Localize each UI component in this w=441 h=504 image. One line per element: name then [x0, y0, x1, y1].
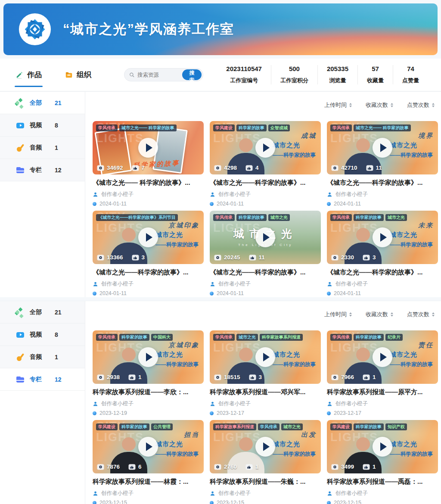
- sidebar-item-音频[interactable]: 音频 1: [0, 346, 85, 368]
- play-button-icon[interactable]: [138, 227, 158, 247]
- thumbnail-caption: 城市之光——科学家的故事: [273, 440, 316, 458]
- sidebar-item-全部[interactable]: 全部 21: [0, 301, 85, 324]
- play-button-icon[interactable]: [373, 347, 392, 367]
- sidebar-item-音频[interactable]: 音频 1: [0, 137, 85, 159]
- date-dot-icon: [210, 202, 214, 206]
- sort-option[interactable]: 上传时间: [324, 311, 352, 318]
- creator-icon: [327, 401, 332, 407]
- card-title[interactable]: 《城市之光——科学家的故事》...: [327, 268, 438, 277]
- search-input[interactable]: [137, 72, 182, 78]
- play-button-icon[interactable]: [138, 347, 158, 367]
- thumbnail-stats: 2760 1: [214, 464, 259, 470]
- creator-name: 创作者小橙子: [335, 400, 368, 408]
- play-button-icon[interactable]: [255, 347, 275, 367]
- card-title[interactable]: 《城市之光——科学家的故事》...: [210, 268, 321, 277]
- card-title[interactable]: 科学家故事系列报道——邓兴军...: [210, 388, 321, 396]
- card-thumbnail[interactable]: CITYLIGHTS 学风传承科学家的故事中国科大 城市之光——科学家的故事 京…: [93, 330, 204, 384]
- work-card[interactable]: CITYLIGHTS 学风传承科学家的故事城市之光 城市之光——科学家的故事 未…: [327, 211, 438, 296]
- search-button[interactable]: 搜索: [182, 69, 202, 80]
- play-button-icon[interactable]: [373, 437, 392, 457]
- sort-option[interactable]: 收藏次数: [366, 311, 393, 318]
- upload-date: 2023-12-15: [334, 500, 361, 504]
- sidebar-item-专栏[interactable]: 专栏 12: [0, 159, 85, 181]
- card-title[interactable]: 《城市之光——科学家的故事》...: [327, 179, 438, 187]
- like-count: 1: [255, 464, 259, 470]
- date-dot-icon: [93, 501, 96, 504]
- sort-option[interactable]: 点赞次数: [407, 101, 435, 109]
- card-thumbnail[interactable]: CITYLIGHTS 学风建设科学家的故事公共管理 城市之光——科学家的故事 担…: [93, 420, 204, 473]
- creator-name: 创作者小橙子: [101, 191, 134, 198]
- sort-option[interactable]: 收藏次数: [366, 101, 393, 109]
- work-card[interactable]: CITYLIGHTS 学风传承城市之光—— 科学家的故事 城市之光——科学家的故…: [327, 121, 438, 207]
- stat-value: 57: [367, 65, 384, 72]
- card-thumbnail[interactable]: CITYLIGHTS 科学家故事系列报道学风传承城市之光 城市之光——科学家的故…: [210, 420, 321, 473]
- card-thumbnail[interactable]: CITYLIGHTS 学风传承城市之光—— 科学家的故事 科学家的故事 3469…: [93, 121, 204, 174]
- sort-option[interactable]: 上传时间: [324, 101, 352, 109]
- card-title[interactable]: 科学家故事系列报道——李欣：...: [93, 388, 204, 396]
- play-button-icon[interactable]: [255, 437, 275, 457]
- work-card[interactable]: CITYLIGHTS 学风传承科学家的故事城市之光 城市之光The Light …: [210, 211, 321, 296]
- sidebar: 全部 21 视频 8 音频 1 专栏 12: [0, 301, 85, 504]
- work-card[interactable]: CITYLIGHTS 《城市之光——科学家的故事》系列节目 城市之光——科学家的…: [93, 211, 204, 296]
- card-thumbnail[interactable]: CITYLIGHTS 学风传承科学家的故事城市之光 城市之光The Light …: [210, 211, 321, 264]
- card-title[interactable]: 《城市之光—— 科学家的故事》...: [93, 179, 204, 187]
- card-title[interactable]: 科学家故事系列报道——原平方...: [327, 388, 438, 396]
- card-tag: 学风传承: [330, 334, 352, 341]
- card-tag: 众智成城: [268, 124, 290, 131]
- thumbnail-caption: 城市之光——科学家的故事: [390, 351, 433, 368]
- thumbnail-stats: 34692 7: [97, 165, 145, 171]
- sort-option-label: 上传时间: [324, 311, 347, 318]
- work-card[interactable]: CITYLIGHTS 学风建设科学家的故事公共管理 城市之光——科学家的故事 担…: [93, 420, 204, 504]
- card-title[interactable]: 《城市之光——科学家的故事》...: [93, 268, 204, 277]
- sidebar-item-count: 12: [55, 376, 62, 383]
- work-card[interactable]: CITYLIGHTS 科学家故事系列报道学风传承城市之光 城市之光——科学家的故…: [210, 420, 321, 504]
- card-date-row: 2024-01-11: [210, 201, 321, 207]
- card-thumbnail[interactable]: CITYLIGHTS 学风建设科学家的故事众智成城 城市之光——科学家的故事 成…: [210, 121, 321, 174]
- work-card[interactable]: CITYLIGHTS 学风传承城市之光—— 科学家的故事 科学家的故事 3469…: [93, 121, 204, 207]
- play-button-icon[interactable]: [138, 437, 158, 457]
- tab-organization[interactable]: 组织: [62, 59, 94, 91]
- creator-name: 创作者小橙子: [218, 280, 251, 288]
- tab-works[interactable]: 作品: [13, 59, 44, 91]
- sidebar-item-全部[interactable]: 全部 21: [0, 92, 85, 114]
- sidebar-item-label: 专栏: [30, 376, 42, 383]
- sidebar-item-专栏[interactable]: 专栏 12: [0, 368, 85, 391]
- work-card[interactable]: CITYLIGHTS 学风传承科学家的故事中国科大 城市之光——科学家的故事 京…: [93, 330, 204, 416]
- card-tag: 科学家的故事: [354, 214, 384, 221]
- like-icon: [363, 374, 370, 380]
- work-card[interactable]: CITYLIGHTS 学风传承科学家的故事纪录片 城市之光——科学家的故事 责任…: [327, 330, 438, 416]
- column-icon: [16, 376, 24, 383]
- play-button-icon[interactable]: [138, 138, 158, 158]
- work-card[interactable]: CITYLIGHTS 学风建设科学家的故事知识产权 城市之光——科学家的故事 3…: [327, 420, 438, 504]
- stat-item: 500 工作室积分: [271, 65, 317, 84]
- like-icon: [366, 165, 373, 171]
- views-icon: [97, 464, 104, 470]
- card-thumbnail[interactable]: CITYLIGHTS 学风传承城市之光科学家故事系列报道 城市之光——科学家的故…: [210, 330, 321, 384]
- creator-name: 创作者小橙子: [101, 400, 134, 408]
- card-title[interactable]: 科学家故事系列报道——禹磊：...: [327, 478, 438, 486]
- card-title[interactable]: 科学家故事系列报道——朱巍：...: [210, 478, 321, 486]
- card-tags: 学风建设科学家的故事众智成城: [213, 124, 318, 131]
- play-button-icon[interactable]: [373, 227, 392, 247]
- sidebar-item-视频[interactable]: 视频 8: [0, 324, 85, 346]
- content-section: 全部 21 视频 8 音频 1 专栏 12 上传时间 收藏次数 点赞次数 CIT…: [0, 301, 441, 504]
- work-card[interactable]: CITYLIGHTS 学风建设科学家的故事众智成城 城市之光——科学家的故事 成…: [210, 121, 321, 207]
- card-thumbnail[interactable]: CITYLIGHTS 学风传承城市之光—— 科学家的故事 城市之光——科学家的故…: [327, 121, 438, 174]
- sort-option[interactable]: 点赞次数: [407, 311, 435, 318]
- card-thumbnail[interactable]: CITYLIGHTS 学风传承科学家的故事纪录片 城市之光——科学家的故事 责任…: [327, 330, 438, 384]
- card-thumbnail[interactable]: CITYLIGHTS 学风建设科学家的故事知识产权 城市之光——科学家的故事 3…: [327, 420, 438, 473]
- card-date-row: 2024-01-11: [93, 201, 204, 207]
- card-thumbnail[interactable]: CITYLIGHTS 《城市之光——科学家的故事》系列节目 城市之光——科学家的…: [93, 211, 204, 264]
- card-title[interactable]: 《城市之光——科学家的故事》...: [210, 179, 321, 187]
- card-tag: 科学家故事系列报道: [260, 334, 303, 341]
- thumbnail-caption: 城市之光——科学家的故事: [273, 351, 316, 368]
- work-card[interactable]: CITYLIGHTS 学风传承城市之光科学家故事系列报道 城市之光——科学家的故…: [210, 330, 321, 416]
- play-button-icon[interactable]: [373, 138, 392, 158]
- play-button-icon[interactable]: [255, 138, 275, 158]
- card-creator-row: 创作者小橙子: [93, 400, 204, 408]
- play-button-icon[interactable]: [255, 227, 275, 247]
- sidebar-item-视频[interactable]: 视频 8: [0, 114, 85, 137]
- card-title[interactable]: 科学家故事系列报道——林霞：...: [93, 478, 204, 486]
- card-thumbnail[interactable]: CITYLIGHTS 学风传承科学家的故事城市之光 城市之光——科学家的故事 未…: [327, 211, 438, 264]
- sort-arrows-icon: [391, 312, 393, 317]
